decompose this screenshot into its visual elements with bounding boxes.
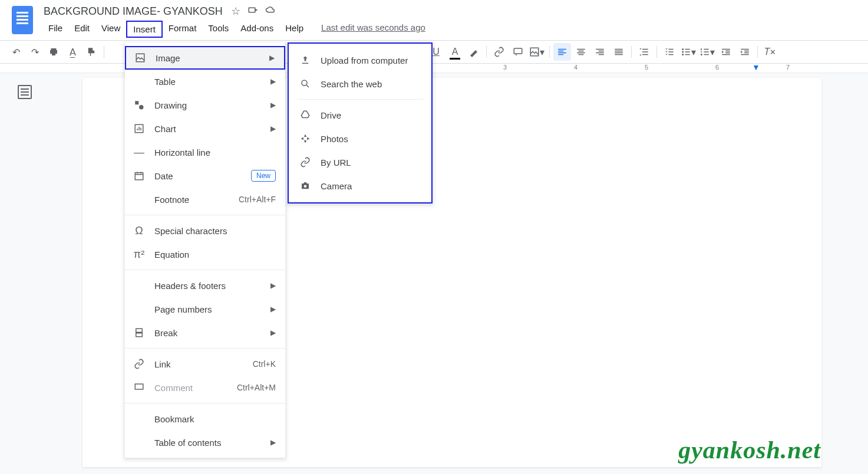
- comment-icon: [133, 382, 145, 393]
- image-drive[interactable]: Drive: [289, 103, 431, 127]
- paint-format-button[interactable]: [82, 43, 100, 61]
- highlight-button[interactable]: [465, 43, 483, 61]
- pi-icon: π²: [133, 248, 145, 260]
- insert-headers-footers[interactable]: Headers & footers▶: [125, 274, 285, 297]
- align-left-button[interactable]: [553, 43, 571, 61]
- svg-rect-10: [136, 329, 143, 332]
- svg-point-7: [139, 105, 144, 110]
- image-by-url[interactable]: By URL: [289, 150, 431, 174]
- svg-rect-11: [136, 333, 143, 337]
- image-camera[interactable]: Camera: [289, 174, 431, 198]
- svg-rect-0: [514, 48, 522, 54]
- image-submenu: Upload from computer Search the web Driv…: [288, 42, 433, 203]
- insert-date[interactable]: Date New: [125, 164, 285, 188]
- svg-rect-9: [135, 173, 143, 180]
- svg-point-14: [304, 185, 307, 188]
- insert-break[interactable]: Break▶: [125, 321, 285, 344]
- camera-icon: [299, 180, 311, 192]
- insert-comment: Comment Ctrl+Alt+M: [125, 376, 285, 399]
- chart-icon: [133, 123, 145, 134]
- insert-equation[interactable]: π² Equation: [125, 242, 285, 266]
- new-badge: New: [251, 170, 276, 182]
- chevron-right-icon: ▶: [269, 54, 275, 62]
- search-icon: [299, 78, 311, 90]
- menu-view[interactable]: View: [95, 21, 126, 38]
- star-icon[interactable]: ☆: [231, 5, 240, 18]
- drawing-icon: [133, 99, 145, 111]
- link-icon: [133, 358, 145, 370]
- insert-page-numbers[interactable]: Page numbers▶: [125, 297, 285, 321]
- insert-bookmark[interactable]: Bookmark: [125, 407, 285, 431]
- menu-edit[interactable]: Edit: [68, 21, 95, 38]
- link-icon: [299, 156, 311, 168]
- align-center-button[interactable]: [572, 43, 590, 61]
- menu-help[interactable]: Help: [279, 21, 309, 38]
- margin-marker-icon[interactable]: ▼: [752, 63, 760, 72]
- break-icon: [133, 327, 145, 339]
- image-upload[interactable]: Upload from computer: [289, 48, 431, 72]
- svg-rect-6: [135, 101, 138, 104]
- align-right-button[interactable]: [591, 43, 609, 61]
- image-button[interactable]: ▾: [528, 43, 546, 61]
- menu-tools[interactable]: Tools: [202, 21, 235, 38]
- redo-button[interactable]: ↷: [26, 43, 44, 61]
- insert-link[interactable]: Link Ctrl+K: [125, 352, 285, 376]
- image-photos[interactable]: Photos: [289, 127, 431, 150]
- menu-format[interactable]: Format: [163, 21, 203, 38]
- checklist-button[interactable]: [661, 43, 678, 61]
- insert-drawing[interactable]: Drawing▶: [125, 93, 285, 117]
- upload-icon: [299, 54, 311, 66]
- insert-special-chars[interactable]: Ω Special characters: [125, 219, 285, 242]
- photos-icon: [299, 133, 311, 145]
- line-spacing-button[interactable]: [635, 43, 653, 61]
- indent-decrease-button[interactable]: [717, 43, 735, 61]
- insert-chart[interactable]: Chart▶: [125, 117, 285, 140]
- insert-horizontal-line[interactable]: — Horizontal line: [125, 140, 285, 164]
- bullet-list-button[interactable]: ▾: [679, 43, 697, 61]
- print-button[interactable]: [45, 43, 62, 61]
- indent-increase-button[interactable]: [736, 43, 754, 61]
- drive-icon: [299, 109, 311, 121]
- doc-title[interactable]: BACKGROUND IMAGE- GYANKOSH: [44, 5, 223, 18]
- outline-icon[interactable]: [18, 85, 32, 99]
- svg-point-3: [682, 51, 684, 53]
- insert-footnote[interactable]: Footnote Ctrl+Alt+F: [125, 188, 285, 211]
- numbered-list-button[interactable]: ▾: [698, 43, 716, 61]
- comment-button[interactable]: [509, 43, 527, 61]
- undo-button[interactable]: ↶: [7, 43, 25, 61]
- watermark: gyankosh.net: [678, 436, 821, 464]
- insert-image[interactable]: Image▶: [125, 46, 285, 70]
- svg-point-2: [682, 48, 684, 50]
- text-color-button[interactable]: A: [446, 43, 464, 61]
- insert-toc[interactable]: Table of contents▶: [125, 431, 285, 454]
- menu-insert[interactable]: Insert: [126, 21, 163, 38]
- docs-logo[interactable]: [12, 6, 33, 34]
- move-icon[interactable]: [247, 5, 258, 18]
- table-icon: [133, 75, 145, 87]
- last-edit[interactable]: Last edit was seconds ago: [321, 21, 425, 38]
- cloud-icon[interactable]: [265, 5, 276, 18]
- link-button[interactable]: [490, 43, 508, 61]
- align-justify-button[interactable]: [610, 43, 628, 61]
- calendar-icon: [133, 170, 145, 182]
- svg-rect-12: [135, 384, 143, 389]
- insert-dropdown: Image▶ Table▶ Drawing▶ Chart▶ — Horizont…: [125, 42, 285, 458]
- image-icon: [134, 52, 146, 64]
- horizontal-line-icon: —: [133, 146, 145, 158]
- insert-table[interactable]: Table▶: [125, 70, 285, 93]
- image-search-web[interactable]: Search the web: [289, 72, 431, 96]
- menu-file[interactable]: File: [42, 21, 68, 38]
- menu-addons[interactable]: Add-ons: [235, 21, 279, 38]
- omega-icon: Ω: [133, 225, 145, 237]
- svg-point-13: [302, 80, 307, 86]
- clear-format-button[interactable]: T✕: [761, 43, 779, 61]
- spellcheck-button[interactable]: A̲: [64, 43, 81, 61]
- svg-point-4: [682, 54, 684, 55]
